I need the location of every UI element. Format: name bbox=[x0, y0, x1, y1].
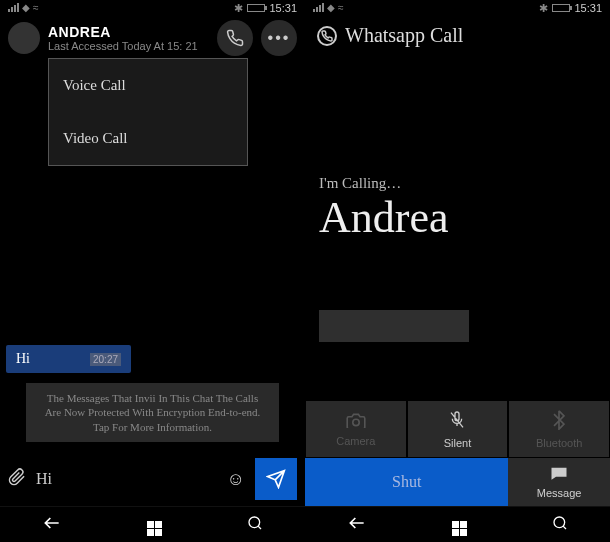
message-time: 20:27 bbox=[90, 353, 121, 366]
windows-icon bbox=[452, 521, 467, 536]
chat-header: ANDREA Last Accessed Today At 15: 21 ••• bbox=[0, 16, 305, 60]
phone-icon bbox=[226, 29, 244, 47]
status-time: 15:31 bbox=[574, 2, 602, 14]
more-button[interactable]: ••• bbox=[261, 20, 297, 56]
attach-icon[interactable] bbox=[8, 468, 26, 491]
silent-button[interactable]: Silent bbox=[407, 400, 509, 458]
message-label: Message bbox=[537, 487, 582, 499]
call-header: Whatsapp Call bbox=[305, 16, 610, 55]
video-call-option[interactable]: Video Call bbox=[49, 112, 247, 165]
message-input[interactable]: Hi bbox=[36, 470, 217, 488]
message-icon bbox=[550, 466, 568, 484]
shut-button[interactable]: Shut bbox=[305, 458, 508, 506]
emoji-icon[interactable]: ☺ bbox=[227, 469, 245, 490]
signal-icon bbox=[8, 3, 19, 12]
call-body: I'm Calling… Andrea bbox=[305, 55, 610, 400]
svg-point-0 bbox=[249, 517, 260, 528]
call-button[interactable] bbox=[217, 20, 253, 56]
status-bar: ◆ ≈ ✱ 15:31 bbox=[305, 0, 610, 16]
battery-icon bbox=[247, 4, 265, 12]
chat-screen: ◆ ≈ ✱ 15:31 ANDREA Last Accessed Today A… bbox=[0, 0, 305, 542]
call-header-title: Whatsapp Call bbox=[345, 24, 463, 47]
home-button[interactable] bbox=[452, 514, 467, 536]
bluetooth-label: Bluetooth bbox=[536, 437, 582, 449]
home-button[interactable] bbox=[147, 514, 162, 536]
send-icon bbox=[266, 469, 286, 489]
shut-label: Shut bbox=[392, 473, 421, 491]
silent-label: Silent bbox=[444, 437, 472, 449]
bluetooth-icon bbox=[553, 410, 565, 434]
search-icon bbox=[247, 515, 263, 531]
calling-status: I'm Calling… bbox=[319, 175, 596, 192]
status-bar: ◆ ≈ ✱ 15:31 bbox=[0, 0, 305, 16]
callee-name: Andrea bbox=[319, 196, 596, 240]
wifi-icon-2: ≈ bbox=[338, 2, 344, 13]
call-type-dropdown: Voice Call Video Call bbox=[48, 58, 248, 166]
message-button[interactable]: Message bbox=[508, 458, 610, 506]
call-controls: Camera Silent Bluetooth Shut Message bbox=[305, 400, 610, 506]
windows-icon bbox=[147, 521, 162, 536]
contact-name: ANDREA bbox=[48, 24, 209, 40]
bluetooth-button[interactable]: Bluetooth bbox=[508, 400, 610, 458]
input-bar: Hi ☺ bbox=[0, 452, 305, 506]
nav-bar bbox=[0, 506, 305, 542]
whatsapp-icon bbox=[317, 26, 337, 46]
back-button[interactable] bbox=[42, 516, 62, 534]
wifi-icon-2: ≈ bbox=[33, 2, 39, 13]
avatar[interactable] bbox=[8, 22, 40, 54]
svg-point-1 bbox=[353, 419, 359, 425]
signal-icon bbox=[313, 3, 324, 12]
contact-info[interactable]: ANDREA Last Accessed Today At 15: 21 bbox=[48, 24, 209, 52]
search-button[interactable] bbox=[552, 515, 568, 535]
mic-off-icon bbox=[449, 410, 465, 434]
camera-icon bbox=[346, 412, 366, 432]
nav-bar bbox=[305, 506, 610, 542]
vibrate-icon: ✱ bbox=[539, 2, 548, 15]
voice-call-option[interactable]: Voice Call bbox=[49, 59, 247, 112]
last-seen: Last Accessed Today At 15: 21 bbox=[48, 40, 209, 52]
back-icon bbox=[347, 516, 367, 530]
send-button[interactable] bbox=[255, 458, 297, 500]
wifi-icon: ◆ bbox=[327, 2, 335, 13]
message-bubble[interactable]: Hi 20:27 bbox=[6, 345, 131, 373]
status-time: 15:31 bbox=[269, 2, 297, 14]
contact-photo-placeholder bbox=[319, 310, 469, 342]
camera-label: Camera bbox=[336, 435, 375, 447]
more-icon: ••• bbox=[268, 29, 291, 47]
search-button[interactable] bbox=[247, 515, 263, 535]
battery-icon bbox=[552, 4, 570, 12]
message-text: Hi bbox=[16, 351, 30, 367]
call-screen: ◆ ≈ ✱ 15:31 Whatsapp Call I'm Calling… A… bbox=[305, 0, 610, 542]
vibrate-icon: ✱ bbox=[234, 2, 243, 15]
svg-point-2 bbox=[554, 517, 565, 528]
back-button[interactable] bbox=[347, 516, 367, 534]
camera-button[interactable]: Camera bbox=[305, 400, 407, 458]
encryption-notice[interactable]: The Messages That Invii In This Chat The… bbox=[26, 383, 279, 442]
wifi-icon: ◆ bbox=[22, 2, 30, 13]
back-icon bbox=[42, 516, 62, 530]
search-icon bbox=[552, 515, 568, 531]
